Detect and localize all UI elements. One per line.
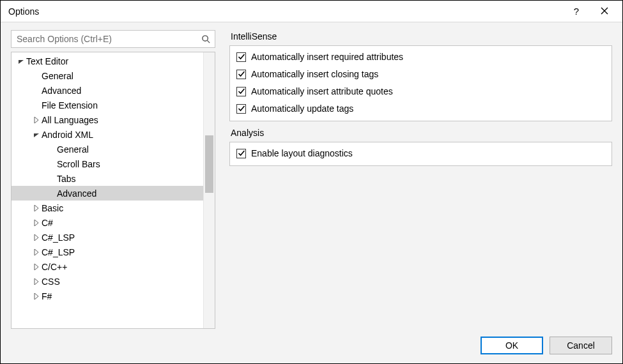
checkbox-label: Automatically insert closing tags [251,69,378,79]
tree-item[interactable]: C#_LSP [12,230,203,245]
search-input[interactable] [15,33,201,45]
tree-item-label: Advanced [57,188,96,199]
tree-item[interactable]: Advanced [12,186,203,201]
settings-panel: IntelliSense Automatically insert requir… [229,30,612,329]
chevron-right-icon[interactable] [32,220,40,226]
tree-item-label: File Extension [42,100,98,110]
tree-item[interactable]: C/C++ [12,259,203,274]
svg-point-0 [203,35,208,40]
tree-item-label: CSS [42,277,60,287]
tree-item[interactable]: Text Editor [12,54,203,68]
dialog-body: Text EditorGeneralAdvancedFile Extension… [1,22,622,363]
checkbox-row[interactable]: Automatically update tags [236,102,605,116]
chevron-right-icon[interactable] [32,234,40,241]
tree-item[interactable]: Android XML [12,127,203,142]
chevron-right-icon[interactable] [32,278,40,285]
checkbox-row[interactable]: Automatically insert required attributes [236,50,605,64]
checkbox-row[interactable]: Enable layout diagnostics [236,146,605,160]
search-box[interactable] [11,30,215,48]
left-panel: Text EditorGeneralAdvancedFile Extension… [11,30,215,329]
tree-item-label: C#_LSP [42,247,75,257]
tree-item[interactable]: Scroll Bars [12,156,203,171]
cancel-button-label: Cancel [567,340,595,351]
titlebar: Options ? [1,1,622,22]
tree-item-label: Text Editor [26,56,68,66]
group-box-analysis: Enable layout diagnostics [229,142,612,166]
tree-item[interactable]: CSS [12,274,203,289]
tree-item-label: Basic [42,203,63,213]
group-box-intellisense: Automatically insert required attributes… [229,45,612,121]
chevron-right-icon[interactable] [32,249,40,255]
tree-item[interactable]: General [12,142,203,156]
checkbox-label: Automatically update tags [251,103,353,114]
tree-item[interactable]: F# [12,289,203,303]
checkbox[interactable] [236,149,246,158]
tree-item[interactable]: Tabs [12,171,203,186]
close-icon [601,6,608,17]
chevron-right-icon[interactable] [32,293,40,300]
tree-scrollbar[interactable] [203,52,215,328]
close-button[interactable] [590,1,619,22]
help-icon: ? [574,6,579,17]
chevron-down-icon[interactable] [32,132,40,138]
checkbox-row[interactable]: Automatically insert closing tags [236,67,605,81]
group-title-analysis: Analysis [229,128,612,138]
tree-item-label: Android XML [42,130,93,140]
ok-button[interactable]: OK [481,337,543,354]
tree-item-label: General [57,144,89,155]
dialog-footer: OK Cancel [11,334,612,354]
checkbox[interactable] [236,104,246,114]
checkbox[interactable] [236,87,246,96]
checkbox-label: Automatically insert required attributes [251,52,403,62]
tree-scrollbar-thumb[interactable] [205,135,213,193]
tree-item-label: Tabs [57,174,76,184]
options-tree: Text EditorGeneralAdvancedFile Extension… [11,52,215,329]
tree-item-label: C# [42,218,53,228]
tree-item[interactable]: C# [12,215,203,230]
ok-button-label: OK [505,340,518,351]
tree-item[interactable]: File Extension [12,98,203,112]
search-icon [201,34,211,44]
chevron-right-icon[interactable] [32,264,40,270]
group-title-intellisense: IntelliSense [229,31,612,42]
chevron-right-icon[interactable] [32,117,40,123]
svg-line-1 [207,40,210,43]
chevron-right-icon[interactable] [32,205,40,211]
tree-item[interactable]: All Languages [12,112,203,127]
checkbox-label: Automatically insert attribute quotes [251,86,393,96]
window-title: Options [8,6,39,17]
help-button[interactable]: ? [562,1,590,22]
tree-item-label: All Languages [42,115,98,125]
checkbox[interactable] [236,70,246,79]
tree-item-label: F# [42,291,52,301]
tree-item-label: Scroll Bars [57,159,100,169]
cancel-button[interactable]: Cancel [550,337,612,354]
tree-item-label: C#_LSP [42,232,75,243]
tree-item-label: Advanced [42,86,81,96]
checkbox[interactable] [236,52,246,62]
tree-item[interactable]: Advanced [12,83,203,98]
tree-item[interactable]: Basic [12,201,203,215]
checkbox-label: Enable layout diagnostics [251,148,353,158]
tree-item-label: General [42,71,73,81]
tree-item-label: C/C++ [42,262,67,272]
checkbox-row[interactable]: Automatically insert attribute quotes [236,84,605,98]
tree-item[interactable]: General [12,68,203,83]
tree-item[interactable]: C#_LSP [12,245,203,259]
chevron-down-icon[interactable] [17,58,25,64]
tree-scroll-area[interactable]: Text EditorGeneralAdvancedFile Extension… [12,52,203,328]
